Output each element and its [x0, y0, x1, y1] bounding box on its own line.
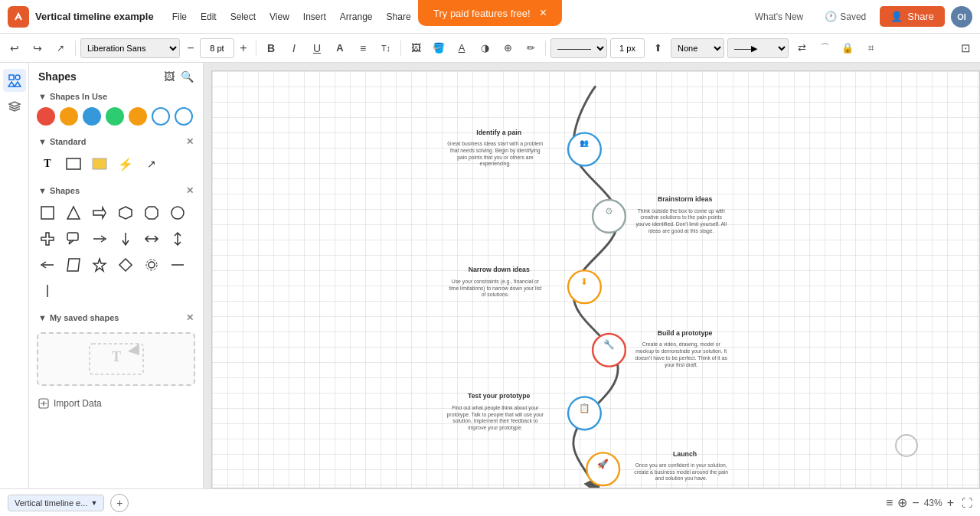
shape-cross[interactable] — [37, 228, 58, 250]
shape-arr-down[interactable] — [115, 228, 136, 250]
shape-gear[interactable] — [141, 254, 162, 276]
shape-up-down-arr[interactable] — [167, 228, 188, 250]
whats-new-button[interactable]: What's New — [747, 8, 812, 25]
shape-left-arr[interactable] — [37, 254, 58, 276]
shape-vert-line[interactable] — [37, 280, 58, 302]
menu-edit[interactable]: Edit — [194, 8, 223, 25]
color-yellow[interactable] — [60, 107, 78, 126]
line-px-input[interactable] — [610, 38, 645, 58]
arrow-end-select[interactable]: ——▶ — [727, 38, 789, 58]
zoom-out-button[interactable]: − — [912, 496, 919, 510]
timeline-svg: 👥 Identify a pain Great business ideas s… — [212, 71, 979, 488]
color-red[interactable] — [37, 107, 55, 126]
layers-icon[interactable]: ≡ — [886, 496, 893, 510]
font-color-button[interactable]: A — [330, 38, 350, 58]
shape-para[interactable] — [63, 254, 84, 276]
shape-arrow-right[interactable] — [89, 202, 110, 224]
shape-arr-right2[interactable] — [89, 228, 110, 250]
saved-button[interactable]: 🕐 Saved — [817, 8, 874, 25]
banner-close[interactable]: × — [540, 6, 547, 20]
shape-sq[interactable] — [37, 202, 58, 224]
svg-text:👥: 👥 — [580, 139, 590, 148]
line-style-select[interactable]: ———— — [550, 38, 607, 58]
canvas-area[interactable]: 👥 Identify a pain Great business ideas s… — [204, 63, 980, 488]
lock-button[interactable]: 🔒 — [838, 38, 858, 58]
shape-rect[interactable] — [63, 153, 84, 175]
shape-double-arr[interactable] — [141, 228, 162, 250]
zoom-in-button[interactable]: + — [947, 496, 954, 510]
svg-point-18 — [146, 260, 157, 270]
shape-tri[interactable] — [63, 202, 84, 224]
font-size-input[interactable] — [200, 38, 234, 58]
menu-file[interactable]: File — [166, 8, 193, 25]
color-blue[interactable] — [83, 107, 101, 126]
text-format-button[interactable]: T↕ — [376, 38, 396, 58]
opacity-button[interactable]: ◑ — [475, 38, 495, 58]
add-page-button[interactable]: + — [110, 494, 129, 512]
menu-insert[interactable]: Insert — [297, 8, 332, 25]
menu-view[interactable]: View — [263, 8, 296, 25]
menu-share[interactable]: Share — [381, 8, 417, 25]
shape-diamond[interactable] — [115, 254, 136, 276]
align-button[interactable]: ≡ — [353, 38, 373, 58]
flip-button[interactable]: ⇄ — [792, 38, 812, 58]
format-panel-button[interactable]: ⊡ — [956, 38, 975, 58]
color-green[interactable] — [106, 107, 124, 126]
undo-button[interactable]: ↩ — [5, 38, 24, 58]
app-title: Vertical timeline example — [35, 11, 154, 22]
standard-header[interactable]: ▼ Standard ✕ — [29, 132, 203, 150]
shape-bolt[interactable]: ⚡ — [115, 153, 136, 175]
shapes-panel-button[interactable] — [3, 69, 26, 92]
shape-callout[interactable] — [63, 228, 84, 250]
shape-line[interactable] — [167, 254, 188, 276]
connection-button[interactable]: ⊕ — [498, 38, 518, 58]
layers-panel-button[interactable] — [3, 95, 26, 118]
svg-rect-5 — [67, 158, 80, 169]
avatar[interactable]: OI — [951, 6, 972, 28]
standard-close[interactable]: ✕ — [186, 136, 194, 147]
shapes-close[interactable]: ✕ — [186, 185, 194, 196]
underline-button[interactable]: U — [307, 38, 327, 58]
menu-select[interactable]: Select — [224, 8, 262, 25]
shape-arrow[interactable]: ↗ — [141, 153, 162, 175]
shape-oct[interactable] — [141, 202, 162, 224]
svg-point-17 — [149, 262, 155, 268]
share-button[interactable]: 👤 Share — [880, 6, 945, 27]
font-size-minus[interactable]: − — [183, 38, 198, 58]
fullscreen-button[interactable]: ⛶ — [962, 497, 972, 509]
shapes-header[interactable]: ▼ Shapes ✕ — [29, 181, 203, 199]
color-orange[interactable] — [129, 107, 147, 126]
format-icon[interactable]: ⊕ — [897, 495, 907, 510]
menu-arrange[interactable]: Arrange — [334, 8, 379, 25]
line-end-button[interactable]: ⬆ — [648, 38, 668, 58]
shape-filled-rect[interactable] — [89, 153, 110, 175]
paid-features-link[interactable]: Try paid features free! — [433, 8, 531, 19]
line-color-button[interactable]: A — [452, 38, 472, 58]
saved-shapes-close[interactable]: ✕ — [186, 312, 194, 323]
shapes-in-use-header[interactable]: ▼ Shapes In Use — [29, 87, 203, 104]
sidebar-search-icon[interactable]: 🔍 — [181, 70, 194, 83]
font-size-plus[interactable]: + — [236, 38, 251, 58]
shape-hex[interactable] — [115, 202, 136, 224]
italic-button[interactable]: I — [284, 38, 304, 58]
color-blue-outline[interactable] — [152, 107, 170, 126]
redo-button[interactable]: ↪ — [28, 38, 47, 58]
bold-button[interactable]: B — [261, 38, 281, 58]
color-blue-outline2[interactable] — [175, 107, 193, 126]
cursor-button[interactable]: ↗ — [51, 38, 70, 58]
sidebar-image-icon[interactable]: 🖼 — [164, 70, 175, 83]
arrow-select[interactable]: None — [671, 38, 724, 58]
svg-rect-6 — [93, 158, 106, 169]
edit-button[interactable]: ✏ — [521, 38, 541, 58]
my-saved-shapes-header[interactable]: ▼ My saved shapes ✕ — [29, 308, 203, 326]
waypoint-button[interactable]: ⌗ — [861, 38, 880, 58]
shape-circle[interactable] — [167, 202, 188, 224]
shape-text[interactable]: T — [37, 153, 58, 175]
shape-star[interactable] — [89, 254, 110, 276]
fill-color-button[interactable]: 🪣 — [429, 38, 449, 58]
font-select[interactable]: Liberation Sans — [80, 38, 180, 58]
import-data-button[interactable]: Import Data — [29, 392, 203, 415]
page-tab[interactable]: Vertical timeline e... ▼ — [8, 495, 104, 511]
connection-style-button[interactable]: ⌒ — [815, 38, 835, 58]
insert-image-button[interactable]: 🖼 — [406, 38, 426, 58]
